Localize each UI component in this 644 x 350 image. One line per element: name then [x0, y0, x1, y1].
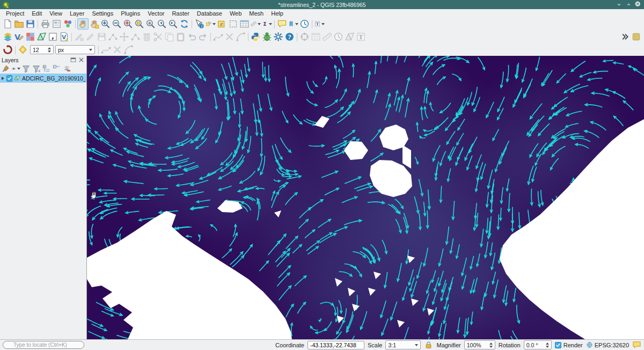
locate-input[interactable] [13, 342, 80, 348]
zoom-next-button[interactable] [167, 18, 179, 30]
toolbar-extension-button[interactable] [619, 31, 631, 42]
attribute-table-tool-button[interactable] [310, 31, 321, 42]
measure-button[interactable] [250, 18, 261, 30]
move-feature-button[interactable] [119, 31, 130, 42]
style-manager-button[interactable] [62, 18, 74, 30]
annotation-tool-button[interactable]: T [355, 31, 367, 42]
open-attribute-table-button[interactable] [239, 18, 250, 30]
curve-digitize-button[interactable] [100, 44, 112, 55]
layer-expand-arrow[interactable] [2, 77, 4, 80]
add-delimited-text-button[interactable]: , [47, 31, 58, 42]
menu-project[interactable]: Project [2, 10, 28, 17]
filter-legend-button[interactable] [21, 64, 31, 73]
coordinate-input[interactable] [308, 341, 364, 349]
mesh-digitizing-button[interactable] [344, 31, 355, 42]
spin-arrows[interactable] [48, 47, 51, 53]
processing-toolbox-button[interactable] [273, 31, 284, 42]
close-button[interactable] [635, 1, 642, 8]
vertex-tool-button[interactable] [130, 31, 141, 42]
plugin-manager-button[interactable] [261, 31, 273, 42]
add-raster-layer-button[interactable] [25, 31, 36, 42]
menu-help[interactable]: Help [267, 10, 287, 17]
undo-button[interactable] [186, 31, 197, 42]
select-features-button[interactable] [205, 18, 216, 30]
font-size-spinbox[interactable]: 12 [30, 45, 54, 54]
annotation-style-button[interactable] [17, 44, 28, 55]
unit-combobox[interactable]: px [55, 45, 95, 54]
zoom-to-selection-button[interactable] [134, 18, 145, 30]
render-checkbox[interactable]: Render [555, 342, 583, 348]
magnifier-spinbox[interactable]: 100% [464, 340, 495, 349]
menu-web[interactable]: Web [226, 10, 245, 17]
new-print-layout-button[interactable] [40, 18, 51, 30]
extra-tool-button[interactable] [631, 31, 642, 42]
rotation-spinbox[interactable]: 0.0 ° [524, 340, 552, 349]
locate-box[interactable] [3, 341, 84, 349]
menu-layer[interactable]: Layer [66, 10, 89, 17]
filter-by-expression-button[interactable]: ε [32, 64, 41, 73]
scale-combobox[interactable]: 3:1 [385, 340, 421, 349]
statistical-summary-button[interactable]: Σ [261, 18, 273, 30]
pan-map-button[interactable] [77, 18, 89, 30]
layer-item[interactable]: ADCIRC_BG_20190910_1t [0, 74, 86, 83]
zoom-to-layer-button[interactable] [145, 18, 156, 30]
refresh-button[interactable] [179, 18, 190, 30]
zoom-in-button[interactable] [100, 18, 111, 30]
text-annotation-button[interactable]: T [314, 18, 325, 30]
zoom-out-button[interactable] [111, 18, 122, 30]
select-by-expression-button[interactable]: ε [216, 18, 228, 30]
map-tips-button[interactable] [276, 18, 288, 30]
temporal-controller-button[interactable] [299, 18, 310, 30]
add-feature-button[interactable] [107, 31, 119, 42]
toggle-editing-button[interactable] [85, 31, 96, 42]
copy-features-button[interactable] [164, 31, 175, 42]
pan-to-selection-button[interactable] [89, 18, 100, 30]
deselect-all-button[interactable] [228, 18, 239, 30]
save-edits-button[interactable] [96, 31, 107, 42]
help-button[interactable]: ? [284, 31, 295, 42]
open-layer-styling-button[interactable] [1, 64, 10, 73]
new-shapefile-button[interactable]: V [58, 31, 70, 42]
crs-button[interactable]: EPSG:32620 [586, 341, 629, 348]
open-project-button[interactable] [13, 18, 25, 30]
identify-features-button[interactable]: i [194, 18, 205, 30]
add-mesh-layer-button[interactable] [36, 31, 47, 42]
layout-manager-button[interactable] [51, 18, 62, 30]
circular-string-button[interactable] [235, 31, 246, 42]
measure-area-button[interactable] [321, 31, 333, 42]
lock-scale-button[interactable] [424, 340, 433, 349]
menu-settings[interactable]: Settings [88, 10, 117, 17]
menu-vector[interactable]: Vector [144, 10, 168, 17]
new-project-button[interactable] [2, 18, 13, 30]
menu-view[interactable]: View [46, 10, 66, 17]
python-console-button[interactable] [250, 31, 261, 42]
labeling-options-button[interactable] [2, 44, 13, 55]
paste-features-button[interactable] [175, 31, 186, 42]
temporal-tool-button[interactable] [333, 31, 344, 42]
delete-selected-button[interactable] [141, 31, 152, 42]
layer-visibility-checkbox[interactable] [6, 75, 12, 82]
zoom-last-button[interactable] [156, 18, 167, 30]
expand-all-button[interactable] [42, 64, 51, 73]
menu-database[interactable]: Database [193, 10, 226, 17]
zoom-full-button[interactable] [122, 18, 134, 30]
current-edits-button[interactable] [74, 31, 85, 42]
manage-map-themes-button[interactable] [11, 64, 20, 73]
georeferencer-button[interactable] [299, 31, 310, 42]
save-project-button[interactable] [25, 18, 36, 30]
minimize-button[interactable] [616, 1, 623, 8]
trim-extend-button[interactable] [224, 31, 235, 42]
delete-vertex-button[interactable] [112, 44, 123, 55]
map-canvas[interactable] [87, 56, 644, 339]
data-source-manager-button[interactable] [2, 31, 13, 42]
maximize-button[interactable] [625, 1, 632, 8]
remove-layer-button[interactable] [62, 64, 71, 73]
cut-features-button[interactable] [152, 31, 164, 42]
spin-arrows[interactable] [489, 342, 493, 348]
menu-plugins[interactable]: Plugins [117, 10, 144, 17]
float-panel-button[interactable] [70, 56, 77, 63]
menu-edit[interactable]: Edit [28, 10, 46, 17]
redo-button[interactable] [197, 31, 209, 42]
shape-digitizing-button[interactable] [213, 31, 224, 42]
close-panel-button[interactable] [78, 56, 85, 63]
